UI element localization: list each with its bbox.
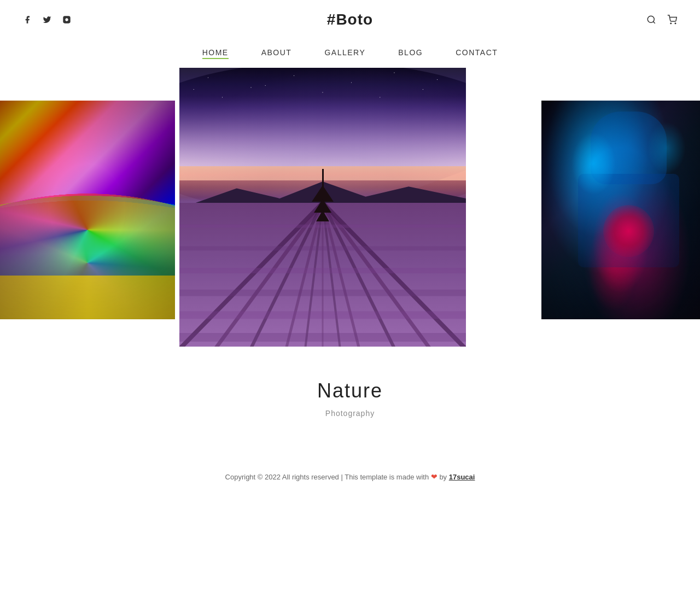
svg-rect-21 — [179, 290, 466, 296]
header: #Boto — [0, 0, 700, 39]
copyright-text: Copyright © 2022 All rights reserved | T… — [225, 473, 429, 481]
site-title: #Boto — [327, 11, 373, 28]
by-text: by — [439, 473, 447, 481]
header-actions — [645, 14, 678, 26]
content-section: Nature Photography — [0, 347, 700, 440]
nav-item-contact[interactable]: CONTACT — [456, 48, 498, 57]
footer: Copyright © 2022 All rights reserved | T… — [0, 440, 700, 497]
svg-point-2 — [648, 16, 654, 22]
nav-item-blog[interactable]: BLOG — [398, 48, 423, 57]
heart-icon: ❤ — [431, 472, 438, 481]
navigation: HOME ABOUT GALLERY BLOG CONTACT — [0, 39, 700, 68]
nav-item-about[interactable]: ABOUT — [261, 48, 292, 57]
social-icons — [22, 14, 72, 25]
gallery — [0, 68, 700, 347]
svg-rect-18 — [179, 225, 466, 228]
content-subtitle: Photography — [0, 409, 700, 418]
gallery-image-uv-body[interactable] — [541, 101, 700, 319]
svg-line-3 — [653, 21, 655, 23]
facebook-icon[interactable] — [22, 14, 33, 25]
footer-text: Copyright © 2022 All rights reserved | T… — [0, 472, 700, 481]
cart-button[interactable] — [666, 14, 678, 26]
svg-rect-23 — [179, 333, 466, 342]
svg-rect-22 — [179, 312, 466, 319]
svg-rect-19 — [179, 247, 466, 251]
twitter-icon[interactable] — [42, 14, 52, 25]
content-title: Nature — [0, 379, 700, 402]
instagram-icon[interactable] — [61, 14, 72, 25]
svg-point-5 — [675, 23, 676, 24]
author-link[interactable]: 17sucai — [449, 473, 475, 481]
search-button[interactable] — [645, 14, 657, 26]
nav-item-home[interactable]: HOME — [202, 48, 229, 57]
svg-point-4 — [670, 23, 672, 24]
nav-item-gallery[interactable]: GALLERY — [324, 48, 365, 57]
svg-rect-20 — [179, 268, 466, 273]
gallery-image-spiral[interactable] — [0, 101, 175, 319]
gallery-image-lavender[interactable] — [179, 68, 466, 347]
